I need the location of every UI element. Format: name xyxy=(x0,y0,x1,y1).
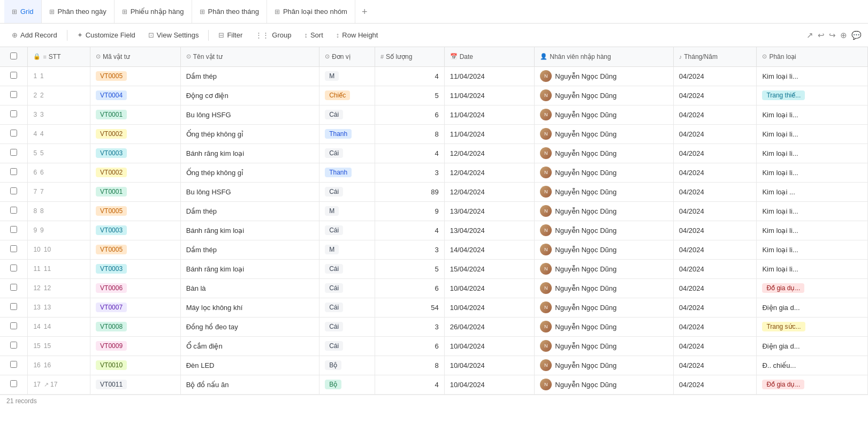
cell-dv-16: Bộ xyxy=(319,356,375,375)
cell-checkbox-4[interactable] xyxy=(0,124,28,143)
cell-sl-17: 4 xyxy=(375,375,444,394)
customize-icon: ✦ xyxy=(77,31,83,39)
cell-checkbox-8[interactable] xyxy=(0,201,28,221)
cell-row-num-4: 44 xyxy=(28,124,90,143)
cell-thang-3: 04/2024 xyxy=(673,105,757,124)
cell-sl-6: 3 xyxy=(375,163,444,182)
tab-phan-theo-thang[interactable]: ⊞Phân theo tháng xyxy=(192,0,267,23)
cell-row-num-5: 55 xyxy=(28,143,90,163)
cell-thang-12: 04/2024 xyxy=(673,278,757,298)
select-all-checkbox[interactable] xyxy=(10,52,17,59)
cell-row-num-10: 1010 xyxy=(28,240,90,259)
cell-checkbox-12[interactable] xyxy=(0,278,28,298)
group-button[interactable]: ⋮⋮ Group xyxy=(250,29,296,41)
cell-checkbox-7[interactable] xyxy=(0,182,28,201)
customize-field-button[interactable]: ✦ Customize Field xyxy=(72,29,141,41)
cell-checkbox-13[interactable] xyxy=(0,298,28,317)
cell-ten-4: Ống thép không gỉ xyxy=(180,124,319,143)
cell-date-12: 10/04/2024 xyxy=(444,278,535,298)
cell-ma-2: VT0004 xyxy=(90,86,181,105)
cell-phanloai-10: Kim loại li... xyxy=(757,240,868,259)
redo-button[interactable]: ↪ xyxy=(829,31,836,40)
cell-date-8: 13/04/2024 xyxy=(444,201,535,221)
cell-date-15: 10/04/2024 xyxy=(444,336,535,356)
cell-thang-11: 04/2024 xyxy=(673,259,757,278)
cell-nv-10: NNguyễn Ngọc Dũng xyxy=(535,240,673,259)
cell-checkbox-14[interactable] xyxy=(0,317,28,336)
col-header-ten-vat-tu: ⊙ Tên vật tư xyxy=(180,47,319,66)
table-wrapper: 🔒≡ STT⊙ Mã vật tư⊙ Tên vật tư⊙ Đơn vị# S… xyxy=(0,47,868,421)
view-settings-button[interactable]: ⊡ View Settings xyxy=(143,29,204,41)
cell-row-num-2: 22 xyxy=(28,86,90,105)
group-icon: ⋮⋮ xyxy=(255,31,269,39)
cell-thang-14: 04/2024 xyxy=(673,317,757,336)
cell-phanloai-9: Kim loại li... xyxy=(757,221,868,240)
cell-checkbox-5[interactable] xyxy=(0,143,28,163)
cell-phanloai-4: Kim loại li... xyxy=(757,124,868,143)
table-row: 11VT0005Dầm thépM411/04/2024NNguyễn Ngọc… xyxy=(0,66,868,86)
cell-row-num-9: 99 xyxy=(28,221,90,240)
external-link-button[interactable]: ↗ xyxy=(806,31,813,40)
cell-checkbox-10[interactable] xyxy=(0,240,28,259)
filter-button[interactable]: ⊟ Filter xyxy=(213,29,248,41)
cell-ma-7: VT0001 xyxy=(90,182,181,201)
cell-ten-16: Đèn LED xyxy=(180,356,319,375)
cell-checkbox-2[interactable] xyxy=(0,86,28,105)
cell-checkbox-3[interactable] xyxy=(0,105,28,124)
cell-ten-6: Ống thép không gỉ xyxy=(180,163,319,182)
cell-checkbox-9[interactable] xyxy=(0,221,28,240)
cell-checkbox-17[interactable] xyxy=(0,375,28,394)
toolbar-divider-2 xyxy=(208,30,209,41)
cell-ma-4: VT0002 xyxy=(90,124,181,143)
table-row: 77VT0001Bu lông HSFGCái8912/04/2024NNguy… xyxy=(0,182,868,201)
view-settings-icon: ⊡ xyxy=(148,31,154,39)
cell-thang-2: 04/2024 xyxy=(673,86,757,105)
cell-dv-4: Thanh xyxy=(319,124,375,143)
expand-icon[interactable]: ↗ xyxy=(44,381,49,388)
tab-phan-loai-theo-nhom[interactable]: ⊞Phân loại theo nhóm xyxy=(267,0,355,23)
cell-checkbox-15[interactable] xyxy=(0,336,28,356)
tab-icon-phan-theo-ngay: ⊞ xyxy=(49,8,55,16)
cell-ma-11: VT0003 xyxy=(90,259,181,278)
cell-row-num-8: 88 xyxy=(28,201,90,221)
cell-nv-12: NNguyễn Ngọc Dũng xyxy=(535,278,673,298)
cell-checkbox-1[interactable] xyxy=(0,66,28,86)
cell-checkbox-16[interactable] xyxy=(0,356,28,375)
tab-phan-theo-ngay[interactable]: ⊞Phân theo ngày xyxy=(42,0,115,23)
cell-date-11: 15/04/2024 xyxy=(444,259,535,278)
chat-button[interactable]: 💬 xyxy=(851,31,862,40)
tab-grid[interactable]: ⊞Grid xyxy=(4,0,42,23)
row-height-button[interactable]: ↕ Row Height xyxy=(331,29,384,41)
tab-bar: ⊞Grid⊞Phân theo ngày⊞Phiếu nhập hàng⊞Phâ… xyxy=(0,0,868,24)
cell-date-7: 12/04/2024 xyxy=(444,182,535,201)
search-button[interactable]: ⊕ xyxy=(840,31,847,40)
toolbar: ⊕ Add Record ✦ Customize Field ⊡ View Se… xyxy=(0,24,868,47)
table-row: 1010VT0005Dầm thépM314/04/2024NNguyễn Ng… xyxy=(0,240,868,259)
cell-sl-7: 89 xyxy=(375,182,444,201)
cell-sl-3: 6 xyxy=(375,105,444,124)
col-header-phan-loai: ⊙ Phân loại xyxy=(757,47,868,66)
tab-add-button[interactable]: + xyxy=(355,7,374,17)
cell-checkbox-6[interactable] xyxy=(0,163,28,182)
footer-bar: 21 records xyxy=(0,395,868,407)
table-row: 1414VT0008Đồng hồ đeo tayCái326/04/2024N… xyxy=(0,317,868,336)
cell-date-17: 10/04/2024 xyxy=(444,375,535,394)
col-header-date: 📅 Date xyxy=(444,47,535,66)
cell-ten-5: Bánh răng kim loại xyxy=(180,143,319,163)
col-header-checkbox xyxy=(0,47,28,66)
sort-button[interactable]: ↕ Sort xyxy=(299,29,328,41)
col-header-don-vi: ⊙ Đơn vị xyxy=(319,47,375,66)
add-record-button[interactable]: ⊕ Add Record xyxy=(6,29,63,41)
cell-ma-1: VT0005 xyxy=(90,66,181,86)
cell-checkbox-11[interactable] xyxy=(0,259,28,278)
cell-dv-3: Cái xyxy=(319,105,375,124)
cell-nv-3: NNguyễn Ngọc Dũng xyxy=(535,105,673,124)
cell-ma-16: VT0010 xyxy=(90,356,181,375)
cell-row-num-11: 1111 xyxy=(28,259,90,278)
tab-phieu-nhap-hang[interactable]: ⊞Phiếu nhập hàng xyxy=(115,0,192,23)
undo-button[interactable]: ↩ xyxy=(818,31,825,40)
cell-ten-15: Ổ cắm điện xyxy=(180,336,319,356)
cell-phanloai-5: Kim loại li... xyxy=(757,143,868,163)
cell-date-5: 12/04/2024 xyxy=(444,143,535,163)
cell-nv-5: NNguyễn Ngọc Dũng xyxy=(535,143,673,163)
